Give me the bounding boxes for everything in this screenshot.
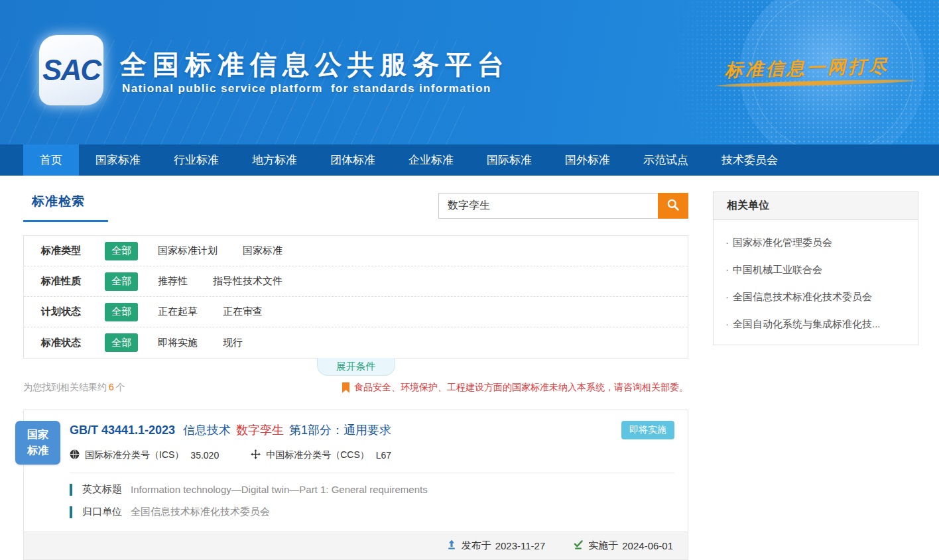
nav-item-enterprise-standards[interactable]: 企业标准 xyxy=(392,144,470,176)
status-badge: 即将实施 xyxy=(621,421,674,439)
standard-result-card: 国家 标准 GB/T 43441.1-2023 信息技术 数字孪生 第1部分：通… xyxy=(23,410,688,560)
filter-label: 计划状态 xyxy=(41,306,105,318)
nav-item-national-standards[interactable]: 国家标准 xyxy=(79,144,157,176)
filter-option[interactable]: 即将实施 xyxy=(158,337,198,349)
nav-item-home[interactable]: 首页 xyxy=(23,144,79,176)
filter-all-button[interactable]: 全部 xyxy=(105,242,138,260)
compass-icon xyxy=(251,449,266,461)
related-unit-label: 全国信息技术标准化技术委员会 xyxy=(733,291,872,302)
nav-item-industry-standards[interactable]: 行业标准 xyxy=(157,144,235,176)
filter-row-standard-status: 标准状态 全部 即将实施 现行 xyxy=(24,327,688,358)
sac-logo-text: SAC xyxy=(42,54,100,87)
filter-label: 标准状态 xyxy=(41,337,105,349)
filter-all-button[interactable]: 全部 xyxy=(105,272,138,291)
filter-row-standard-type: 标准类型 全部 国家标准计划 国家标准 xyxy=(24,236,688,266)
filter-label: 标准类型 xyxy=(41,245,105,257)
results-count: 为您找到相关结果约6个 xyxy=(23,382,125,394)
expand-conditions-button[interactable]: 展开条件 xyxy=(317,358,395,376)
results-count-prefix: 为您找到相关结果约 xyxy=(23,382,107,392)
filter-panel: 标准类型 全部 国家标准计划 国家标准 标准性质 全部 推荐性 指导性技术文件 … xyxy=(23,235,688,359)
left-column: 标准检索 标准类型 全部 国家标准计划 xyxy=(23,192,688,560)
ics-value: 35.020 xyxy=(190,450,219,461)
publish-label: 发布于 xyxy=(462,539,491,552)
related-units-list: ·国家标准化管理委员会 ·中国机械工业联合会 ·全国信息技术标准化技术委员会 ·… xyxy=(714,220,918,345)
globe-icon xyxy=(70,449,85,461)
related-unit-link[interactable]: ·中国机械工业联合会 xyxy=(725,256,906,284)
bullet: · xyxy=(725,318,729,329)
bullet: · xyxy=(725,291,729,302)
standard-title-highlight[interactable]: 数字孪生 xyxy=(236,422,284,438)
related-unit-label: 中国机械工业联合会 xyxy=(733,264,822,275)
filter-row-plan-status: 计划状态 全部 正在起草 正在审查 xyxy=(24,297,688,327)
filter-row-standard-nature: 标准性质 全部 推荐性 指导性技术文件 xyxy=(24,266,688,297)
search-tab[interactable]: 标准检索 xyxy=(23,192,108,222)
nav-item-foreign-standards[interactable]: 国外标准 xyxy=(548,144,627,176)
filter-option[interactable]: 正在起草 xyxy=(158,306,198,318)
filter-option[interactable]: 国家标准计划 xyxy=(158,245,218,257)
bullet: · xyxy=(725,237,729,248)
ccs-value: L67 xyxy=(376,450,391,461)
card-footer: 发布于 2023-11-27 实施于 2024-06-01 xyxy=(24,532,688,559)
standard-title-part2[interactable]: 第1部分：通用要求 xyxy=(289,422,391,438)
implement-date-item: 实施于 2024-06-01 xyxy=(573,539,673,552)
expand-wrap: 展开条件 xyxy=(23,359,688,376)
card-title-row: GB/T 43441.1-2023 信息技术 数字孪生 第1部分：通用要求 即将… xyxy=(70,421,674,439)
committee-label: 归口单位 xyxy=(82,506,122,518)
ics-label: 国际标准分类号（ICS） xyxy=(85,449,184,461)
english-title-label: 英文标题 xyxy=(82,483,122,496)
search-box xyxy=(438,193,688,219)
site-header: SAC 全国标准信息公共服务平台 National public service… xyxy=(0,0,939,144)
bookmark-icon xyxy=(342,382,349,393)
search-button[interactable] xyxy=(658,193,688,219)
filter-all-button[interactable]: 全部 xyxy=(105,303,138,321)
filter-option[interactable]: 指导性技术文件 xyxy=(213,275,282,288)
search-section: 标准检索 xyxy=(23,192,688,230)
ccs-meta: 中国标准分类号（CCS） L67 xyxy=(251,449,391,461)
publish-icon xyxy=(446,539,462,552)
nav-item-group-standards[interactable]: 团体标准 xyxy=(314,144,392,176)
related-units-title: 相关单位 xyxy=(714,192,918,220)
nav-item-local-standards[interactable]: 地方标准 xyxy=(235,144,314,176)
english-title-row: 英文标题 Information technology—Digital twin… xyxy=(70,483,674,496)
results-info-row: 为您找到相关结果约6个 食品安全、环境保护、工程建设方面的国家标准未纳入本系统，… xyxy=(23,382,688,394)
related-unit-link[interactable]: ·国家标准化管理委员会 xyxy=(725,229,906,256)
teal-bar xyxy=(70,484,72,496)
national-standard-badge[interactable]: 国家 标准 xyxy=(15,421,60,465)
publish-date-item: 发布于 2023-11-27 xyxy=(446,539,546,552)
related-unit-label: 全国自动化系统与集成标准化技... xyxy=(733,318,881,329)
related-units-panel: 相关单位 ·国家标准化管理委员会 ·中国机械工业联合会 ·全国信息技术标准化技术… xyxy=(713,192,918,345)
implement-label: 实施于 xyxy=(588,539,618,552)
standard-title-part1[interactable]: 信息技术 xyxy=(183,422,231,438)
system-notice: 食品安全、环境保护、工程建设方面的国家标准未纳入本系统，请咨询相关部委。 xyxy=(342,382,688,394)
search-input[interactable] xyxy=(438,193,658,219)
nav-item-pilot[interactable]: 示范试点 xyxy=(627,144,705,176)
teal-bar xyxy=(70,506,72,518)
filter-option[interactable]: 国家标准 xyxy=(243,245,282,257)
implement-date: 2024-06-01 xyxy=(622,540,673,551)
badge-line1: 国家 xyxy=(27,427,48,443)
filter-option[interactable]: 推荐性 xyxy=(158,275,188,288)
notice-text: 食品安全、环境保护、工程建设方面的国家标准未纳入本系统，请咨询相关部委。 xyxy=(354,382,688,394)
right-column: 相关单位 ·国家标准化管理委员会 ·中国机械工业联合会 ·全国信息技术标准化技术… xyxy=(713,192,918,560)
related-unit-label: 国家标准化管理委员会 xyxy=(733,237,832,248)
filter-option[interactable]: 现行 xyxy=(223,337,243,349)
standard-code-link[interactable]: GB/T 43441.1-2023 xyxy=(70,423,175,437)
implement-check-icon xyxy=(573,539,588,552)
results-count-number: 6 xyxy=(109,382,114,392)
related-unit-link[interactable]: ·全国信息技术标准化技术委员会 xyxy=(725,284,906,311)
nav-item-technical-committee[interactable]: 技术委员会 xyxy=(705,144,794,176)
filter-all-button[interactable]: 全部 xyxy=(105,333,138,352)
related-unit-link[interactable]: ·全国自动化系统与集成标准化技... xyxy=(725,311,906,338)
results-count-suffix: 个 xyxy=(116,382,125,392)
site-title: 全国标准信息公共服务平台 xyxy=(120,46,510,83)
filter-option[interactable]: 正在审查 xyxy=(223,306,263,318)
card-meta-row: 国际标准分类号（ICS） 35.020 中国标准分类号（CCS） L6 xyxy=(70,449,674,473)
main-content: 标准检索 标准类型 全部 国家标准计划 xyxy=(0,176,939,560)
nav-item-international-standards[interactable]: 国际标准 xyxy=(470,144,548,176)
filter-label: 标准性质 xyxy=(41,275,105,288)
bullet: · xyxy=(725,264,729,275)
ics-meta: 国际标准分类号（ICS） 35.020 xyxy=(70,449,219,461)
publish-date: 2023-11-27 xyxy=(495,540,546,551)
site-subtitle: National public service platform for sta… xyxy=(122,82,491,95)
sac-logo[interactable]: SAC xyxy=(39,35,103,105)
